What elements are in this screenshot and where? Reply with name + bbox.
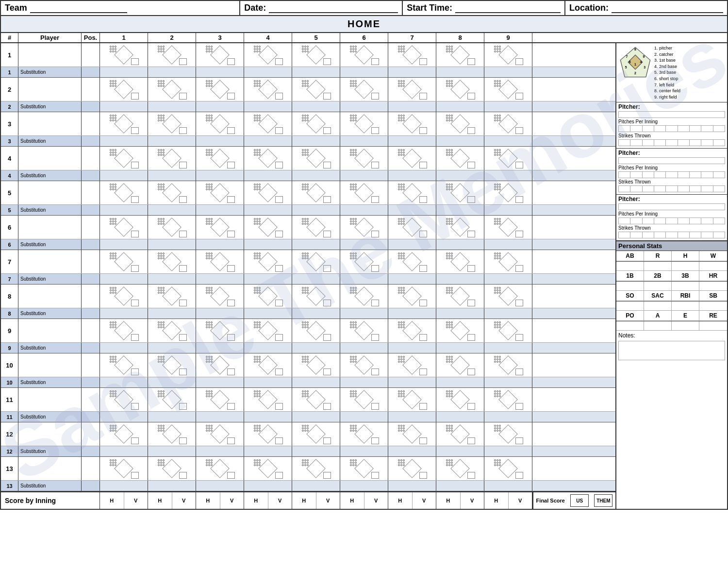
sub-13-inning-7[interactable]: [388, 481, 436, 491]
sub-11-inning-6[interactable]: [340, 412, 388, 422]
player-12-inning-3[interactable]: [196, 422, 244, 446]
sub-pos-12[interactable]: [82, 446, 100, 456]
sub-2-inning-5[interactable]: [292, 101, 340, 112]
sub-7-inning-5[interactable]: [292, 274, 340, 284]
sub-10-inning-9[interactable]: [484, 377, 532, 387]
player-6-inning-2[interactable]: [148, 216, 196, 239]
sub-player-10[interactable]: Substitution: [18, 377, 82, 387]
sub-12-inning-7[interactable]: [388, 446, 436, 456]
player-pos-7[interactable]: [82, 250, 100, 273]
sub-pos-3[interactable]: [82, 136, 100, 146]
sub-4-inning-3[interactable]: [196, 170, 244, 181]
score-inning-4[interactable]: H V: [244, 492, 292, 509]
player-9-inning-3[interactable]: [196, 319, 244, 342]
player-5-inning-9[interactable]: [484, 181, 532, 204]
sub-9-inning-1[interactable]: [100, 343, 148, 353]
player-9-inning-5[interactable]: [292, 319, 340, 342]
sub-5-inning-2[interactable]: [148, 205, 196, 215]
player-5-inning-8[interactable]: [436, 181, 484, 204]
player-pos-6[interactable]: [82, 216, 100, 239]
player-8-inning-3[interactable]: [196, 285, 244, 308]
player-7-inning-8[interactable]: [436, 250, 484, 273]
player-2-inning-2[interactable]: [148, 78, 196, 101]
sub-8-inning-4[interactable]: [244, 308, 292, 319]
player-7-inning-6[interactable]: [340, 250, 388, 273]
sub-3-inning-7[interactable]: [388, 136, 436, 146]
sub-9-inning-2[interactable]: [148, 343, 196, 353]
player-3-inning-6[interactable]: [340, 112, 388, 135]
sub-4-inning-4[interactable]: [244, 170, 292, 181]
player-4-inning-6[interactable]: [340, 147, 388, 170]
sub-1-inning-8[interactable]: [436, 67, 484, 77]
player-11-inning-1[interactable]: [100, 388, 148, 411]
sub-pos-9[interactable]: [82, 343, 100, 353]
player-5-inning-6[interactable]: [340, 181, 388, 204]
sub-9-inning-9[interactable]: [484, 343, 532, 353]
player-8-inning-5[interactable]: [292, 285, 340, 308]
player-2-inning-1[interactable]: [100, 78, 148, 101]
player-name-4[interactable]: [18, 147, 82, 170]
sub-player-13[interactable]: Substitution: [18, 481, 82, 491]
sub-10-inning-3[interactable]: [196, 377, 244, 387]
sub-13-inning-9[interactable]: [484, 481, 532, 491]
sub-pos-7[interactable]: [82, 274, 100, 284]
stat-h-val[interactable]: [672, 262, 699, 270]
sub-8-inning-2[interactable]: [148, 308, 196, 319]
player-4-inning-5[interactable]: [292, 147, 340, 170]
date-input[interactable]: [269, 3, 398, 13]
sub-11-inning-2[interactable]: [148, 412, 196, 422]
player-8-inning-1[interactable]: [100, 285, 148, 308]
player-4-inning-9[interactable]: [484, 147, 532, 170]
player-7-inning-7[interactable]: [388, 250, 436, 273]
score-inning-5[interactable]: H V: [292, 492, 340, 509]
sub-2-inning-3[interactable]: [196, 101, 244, 112]
player-8-inning-4[interactable]: [244, 285, 292, 308]
player-10-inning-7[interactable]: [388, 353, 436, 377]
player-pos-1[interactable]: [82, 43, 100, 67]
player-2-inning-3[interactable]: [196, 78, 244, 101]
sub-player-7[interactable]: Substitution: [18, 274, 82, 284]
sub-6-inning-3[interactable]: [196, 239, 244, 250]
sub-12-inning-4[interactable]: [244, 446, 292, 456]
player-11-inning-2[interactable]: [148, 388, 196, 411]
player-1-inning-5[interactable]: [292, 43, 340, 67]
sub-5-inning-5[interactable]: [292, 205, 340, 215]
player-8-inning-8[interactable]: [436, 285, 484, 308]
sub-pos-6[interactable]: [82, 239, 100, 250]
sub-1-inning-7[interactable]: [388, 67, 436, 77]
player-2-inning-6[interactable]: [340, 78, 388, 101]
player-8-inning-2[interactable]: [148, 285, 196, 308]
player-1-inning-9[interactable]: [484, 43, 532, 67]
player-13-inning-5[interactable]: [292, 457, 340, 480]
player-12-inning-2[interactable]: [148, 422, 196, 446]
sub-1-inning-2[interactable]: [148, 67, 196, 77]
player-13-inning-3[interactable]: [196, 457, 244, 480]
sub-13-inning-6[interactable]: [340, 481, 388, 491]
score-inning-8[interactable]: H V: [436, 492, 484, 509]
player-13-inning-9[interactable]: [484, 457, 532, 480]
sub-5-inning-4[interactable]: [244, 205, 292, 215]
sub-1-inning-3[interactable]: [196, 67, 244, 77]
sub-6-inning-1[interactable]: [100, 239, 148, 250]
player-5-inning-1[interactable]: [100, 181, 148, 204]
sub-10-inning-2[interactable]: [148, 377, 196, 387]
player-3-inning-7[interactable]: [388, 112, 436, 135]
sub-2-inning-4[interactable]: [244, 101, 292, 112]
pitcher-1-pitches[interactable]: [618, 125, 725, 132]
player-3-inning-5[interactable]: [292, 112, 340, 135]
player-11-inning-8[interactable]: [436, 388, 484, 411]
player-12-inning-4[interactable]: [244, 422, 292, 446]
player-12-inning-1[interactable]: [100, 422, 148, 446]
time-input[interactable]: [455, 3, 561, 13]
player-1-inning-7[interactable]: [388, 43, 436, 67]
sub-10-inning-7[interactable]: [388, 377, 436, 387]
sub-11-inning-8[interactable]: [436, 412, 484, 422]
sub-9-inning-3[interactable]: [196, 343, 244, 353]
sub-9-inning-7[interactable]: [388, 343, 436, 353]
sub-player-1[interactable]: Substitution: [18, 67, 82, 77]
sub-pos-2[interactable]: [82, 101, 100, 112]
sub-3-inning-3[interactable]: [196, 136, 244, 146]
player-13-inning-1[interactable]: [100, 457, 148, 480]
player-name-3[interactable]: [18, 112, 82, 135]
pitcher-2-strikes[interactable]: [618, 185, 725, 192]
